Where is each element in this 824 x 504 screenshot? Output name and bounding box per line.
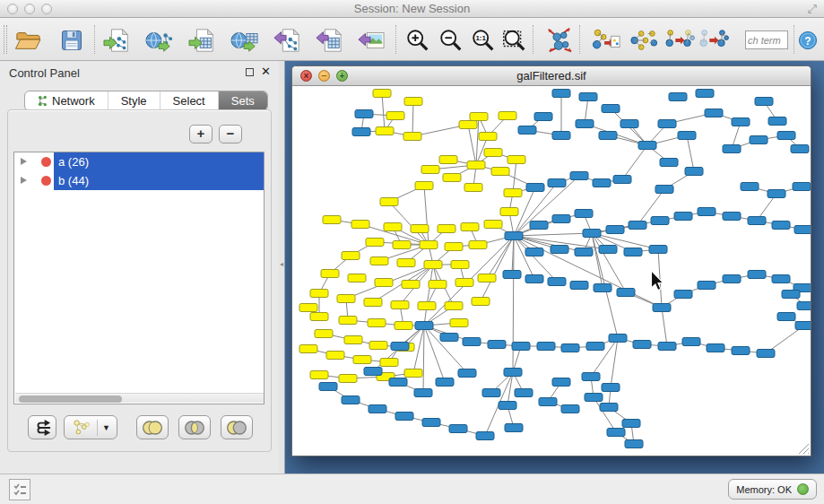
task-list-icon xyxy=(13,482,27,497)
memory-ok-indicator xyxy=(797,483,809,495)
search-input[interactable]: ch term xyxy=(745,30,788,49)
venn-union-icon xyxy=(140,419,165,437)
memory-status-button[interactable]: Memory: OK xyxy=(728,479,817,500)
export-image-icon xyxy=(357,27,386,54)
window-titlebar: Session: New Session ⤢ xyxy=(0,0,824,18)
add-set-button[interactable]: + xyxy=(189,125,213,143)
split-sets-button[interactable] xyxy=(28,415,56,439)
help-button[interactable]: ? xyxy=(796,25,820,56)
network-graph[interactable] xyxy=(292,86,811,456)
create-set-from-network-button[interactable]: ▼ xyxy=(64,415,117,439)
hide-selection-icon xyxy=(698,26,729,55)
open-folder-icon xyxy=(14,28,41,53)
copy-selection-to-network-button[interactable] xyxy=(664,25,696,56)
toolbar-separator xyxy=(533,25,533,54)
import-network-icon xyxy=(103,27,132,54)
remove-set-button[interactable]: − xyxy=(219,125,242,143)
save-session-button[interactable] xyxy=(56,25,88,56)
svg-text:?: ? xyxy=(804,35,811,48)
horizontal-scrollbar[interactable] xyxy=(15,393,264,403)
network-view-window[interactable]: × − + galFiltered.sif xyxy=(291,65,811,456)
expand-triangle-icon[interactable] xyxy=(21,177,27,184)
mouse-cursor xyxy=(649,271,665,291)
help-icon: ? xyxy=(798,30,818,50)
zoom-fit-selected-button[interactable] xyxy=(499,25,531,56)
export-network-icon xyxy=(273,27,301,54)
toolbar-drag-handle[interactable] xyxy=(4,25,7,54)
layout-icon xyxy=(545,26,574,55)
export-network-button[interactable] xyxy=(271,25,303,56)
svg-text:1:1: 1:1 xyxy=(475,34,486,42)
venn-intersection-icon xyxy=(182,419,207,437)
import-network-web-button[interactable] xyxy=(143,25,176,56)
maximize-network-icon[interactable]: + xyxy=(336,70,348,82)
network-from-selection-icon xyxy=(591,26,621,55)
sets-actions: ▼ xyxy=(8,415,273,446)
set-row-b[interactable]: b (44) xyxy=(14,171,264,190)
zoom-out-button[interactable] xyxy=(435,25,467,56)
float-panel-icon[interactable] xyxy=(246,68,254,76)
toolbar-separator xyxy=(94,25,95,54)
task-history-button[interactable] xyxy=(9,479,30,500)
import-network-web-icon xyxy=(145,27,174,54)
dropdown-arrow-icon[interactable]: ▼ xyxy=(102,423,110,432)
application-window: Session: New Session ⤢ xyxy=(0,0,824,504)
import-table-icon xyxy=(188,27,217,54)
apply-layout-button[interactable] xyxy=(543,25,576,56)
resize-grip[interactable] xyxy=(796,441,810,455)
network-tab-icon xyxy=(38,95,48,107)
zoom-in-button[interactable] xyxy=(402,25,434,56)
set-color-dot xyxy=(41,157,51,167)
toolbar-separator xyxy=(395,25,396,54)
import-table-web-icon xyxy=(230,27,259,54)
control-panel-title: Control Panel xyxy=(9,66,80,80)
tab-select[interactable]: Select xyxy=(160,91,219,110)
memory-status-label: Memory: OK xyxy=(736,484,792,495)
set-row-a[interactable]: a (26) xyxy=(14,152,264,171)
hide-selection-button[interactable] xyxy=(698,25,730,56)
window-title: Session: New Session xyxy=(0,2,824,15)
save-floppy-icon xyxy=(59,28,84,53)
control-panel: Control Panel ✕ Network Style Se xyxy=(0,61,279,474)
import-table-web-button[interactable] xyxy=(229,25,261,56)
difference-sets-button[interactable] xyxy=(221,415,253,439)
button-divider xyxy=(97,420,98,436)
panel-splitter[interactable]: ◂ xyxy=(279,61,285,474)
venn-difference-icon xyxy=(224,419,249,437)
import-table-file-button[interactable] xyxy=(186,25,219,56)
network-from-selection-button[interactable] xyxy=(590,25,622,56)
minimize-network-icon[interactable]: − xyxy=(318,70,330,82)
network-desktop: × − + galFiltered.sif xyxy=(285,61,824,474)
import-network-file-button[interactable] xyxy=(101,25,134,56)
tab-style[interactable]: Style xyxy=(108,91,160,110)
scrollbar-thumb[interactable] xyxy=(19,395,122,403)
search-text: ch term xyxy=(748,35,781,46)
export-table-icon xyxy=(315,27,343,54)
union-sets-button[interactable] xyxy=(136,415,169,439)
collapse-panel-icon[interactable]: ◂ xyxy=(280,260,283,268)
tab-network[interactable]: Network xyxy=(25,91,108,110)
control-panel-tabs: Network Style Select Sets xyxy=(24,91,268,111)
intersect-sets-button[interactable] xyxy=(178,415,211,439)
zoom-selected-icon xyxy=(501,27,528,54)
open-file-button[interactable] xyxy=(12,25,44,56)
toolbar-separator xyxy=(794,25,794,54)
network-window-titlebar[interactable]: × − + galFiltered.sif xyxy=(292,66,811,86)
sets-list[interactable]: a (26) b (44) xyxy=(13,152,265,404)
network-canvas[interactable] xyxy=(292,86,811,456)
network-set-icon xyxy=(71,419,92,437)
zoom-actual-size-button[interactable]: 1:1 xyxy=(467,25,499,56)
fullscreen-icon[interactable]: ⤢ xyxy=(808,2,817,16)
main-toolbar: 1:1 xyxy=(0,18,824,61)
export-image-button[interactable] xyxy=(355,25,387,56)
select-first-neighbors-icon xyxy=(629,26,659,55)
set-color-dot xyxy=(41,176,51,186)
close-network-icon[interactable]: × xyxy=(300,70,312,82)
expand-triangle-icon[interactable] xyxy=(21,158,27,165)
export-table-button[interactable] xyxy=(313,25,345,56)
close-panel-icon[interactable]: ✕ xyxy=(261,65,271,78)
select-first-neighbors-button[interactable] xyxy=(628,25,660,56)
tab-sets[interactable]: Sets xyxy=(219,91,267,110)
zoom-one-to-one-icon: 1:1 xyxy=(470,27,497,54)
sets-panel: + − a (26) b (44) xyxy=(7,109,272,452)
